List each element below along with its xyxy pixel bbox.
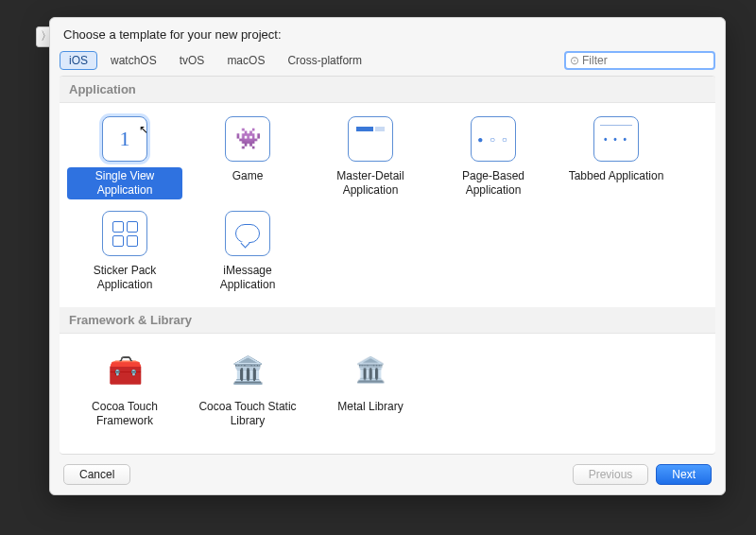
template-cocoa-touch-framework[interactable]: 🧰 Cocoa Touch Framework <box>65 343 184 434</box>
template-label: Single View Application <box>67 167 182 199</box>
tab-tvos[interactable]: tvOS <box>170 51 215 70</box>
platform-tabbar: iOS watchOS tvOS macOS Cross-platform ⊙ <box>50 47 725 76</box>
page-based-icon: ● ○ ○ <box>471 116 516 162</box>
template-label: Tabbed Application <box>563 167 670 185</box>
template-label: Master-Detail Application <box>313 167 428 199</box>
template-imessage-application[interactable]: iMessage Application <box>188 207 307 298</box>
cancel-button[interactable]: Cancel <box>63 464 130 485</box>
tab-macos[interactable]: macOS <box>217 51 274 70</box>
next-button[interactable]: Next <box>656 464 712 485</box>
tabbed-icon: • • • <box>593 116 639 162</box>
template-game[interactable]: 👾 Game <box>188 112 307 203</box>
template-cocoa-touch-static-library[interactable]: 🏛️ Cocoa Touch Static Library <box>188 343 307 434</box>
template-list: Application 1 ↖ Single View Application … <box>60 76 715 455</box>
template-single-view-application[interactable]: 1 ↖ Single View Application <box>65 112 184 203</box>
section-framework-header: Framework & Library <box>60 307 715 334</box>
template-page-based-application[interactable]: ● ○ ○ Page-Based Application <box>434 112 553 203</box>
sticker-pack-icon <box>102 211 147 256</box>
application-grid: 1 ↖ Single View Application 👾 Game Maste… <box>60 103 715 307</box>
template-label: Game <box>227 167 269 185</box>
section-application-header: Application <box>60 77 715 103</box>
template-label: Cocoa Touch Framework <box>67 398 182 430</box>
tab-watchos[interactable]: watchOS <box>101 51 166 70</box>
prompt-label: Choose a template for your new project: <box>50 18 725 47</box>
imessage-icon <box>225 211 270 256</box>
template-tabbed-application[interactable]: • • • Tabbed Application <box>557 112 676 203</box>
template-label: Page-Based Application <box>436 167 551 199</box>
cursor-icon: ↖ <box>139 123 148 136</box>
single-view-icon: 1 ↖ <box>102 116 147 162</box>
previous-button[interactable]: Previous <box>573 464 649 485</box>
framework-icon: 🧰 <box>102 347 147 392</box>
template-label: Metal Library <box>332 398 408 416</box>
footer-bar: Cancel Previous Next <box>50 455 725 494</box>
template-sticker-pack-application[interactable]: Sticker Pack Application <box>65 207 184 298</box>
template-label: Cocoa Touch Static Library <box>190 398 305 430</box>
filter-icon: ⊙ <box>570 54 579 67</box>
static-library-icon: 🏛️ <box>225 347 270 392</box>
template-label: Sticker Pack Application <box>67 262 182 294</box>
filter-field[interactable]: ⊙ <box>564 51 715 70</box>
metal-library-icon: 🏛️ <box>348 347 393 392</box>
template-chooser-sheet: Choose a template for your new project: … <box>49 17 726 495</box>
template-master-detail-application[interactable]: Master-Detail Application <box>311 112 430 203</box>
framework-grid: 🧰 Cocoa Touch Framework 🏛️ Cocoa Touch S… <box>60 334 715 443</box>
template-label: iMessage Application <box>190 262 305 294</box>
tab-ios[interactable]: iOS <box>60 51 97 70</box>
filter-input[interactable] <box>582 54 710 67</box>
master-detail-icon <box>348 116 393 162</box>
tab-crossplatform[interactable]: Cross-platform <box>278 51 371 70</box>
template-metal-library[interactable]: 🏛️ Metal Library <box>311 343 430 434</box>
game-icon: 👾 <box>225 116 270 162</box>
